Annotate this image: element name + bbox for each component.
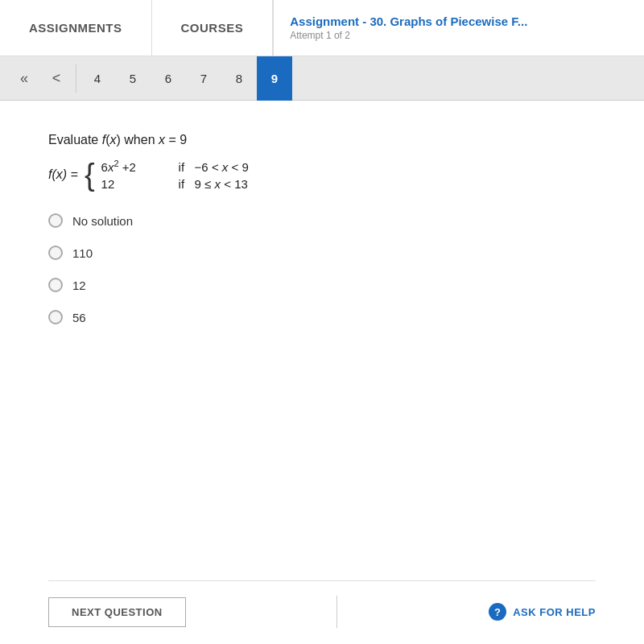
courses-tab[interactable]: COURSES [152, 0, 274, 56]
function-label: f(x) = [48, 167, 78, 182]
assignment-title: Assignment - 30. Graphs of Piecewise F..… [290, 14, 628, 28]
choice-56[interactable]: 56 [48, 310, 596, 324]
choice-no-solution[interactable]: No solution [48, 213, 596, 228]
case1-expr: 6x2 +2 [101, 159, 174, 174]
page-6[interactable]: 6 [151, 56, 186, 101]
piecewise-cases: 6x2 +2 if −6 < x < 9 12 if 9 ≤ x < 13 [101, 159, 249, 191]
page-9-current[interactable]: 9 [257, 56, 292, 101]
next-question-button[interactable]: NEXT QUESTION [48, 597, 186, 627]
bottom-bar: NEXT QUESTION ? ASK FOR HELP [48, 580, 596, 628]
choices-list: No solution 110 12 56 [48, 213, 596, 324]
courses-label: COURSES [181, 21, 244, 35]
radio-no-solution[interactable] [48, 213, 63, 228]
page-5[interactable]: 5 [115, 56, 151, 101]
choice-label-no-solution: No solution [72, 214, 133, 228]
choice-12[interactable]: 12 [48, 278, 596, 292]
case1-condition: if −6 < x < 9 [179, 160, 249, 174]
page-4[interactable]: 4 [80, 56, 115, 101]
choice-label-110: 110 [72, 246, 93, 260]
attempt-label: Attempt 1 of 2 [290, 30, 628, 41]
radio-110[interactable] [48, 246, 63, 260]
choice-label-56: 56 [72, 311, 86, 324]
piecewise-function: f(x) = { 6x2 +2 if −6 < x < 9 12 if 9 ≤ … [48, 159, 596, 191]
help-icon: ? [489, 603, 506, 621]
assignment-info: Assignment - 30. Graphs of Piecewise F..… [273, 0, 644, 56]
page-7[interactable]: 7 [186, 56, 221, 101]
choice-label-12: 12 [72, 279, 86, 292]
assignments-label: ASSIGNMENTS [29, 21, 122, 35]
brace-icon: { [85, 159, 95, 190]
case2-expr: 12 [101, 177, 174, 191]
radio-12[interactable] [48, 278, 63, 292]
case2-condition: if 9 ≤ x < 13 [179, 177, 248, 191]
first-page-button[interactable]: « [8, 56, 40, 101]
case-1: 6x2 +2 if −6 < x < 9 [101, 159, 249, 174]
choice-110[interactable]: 110 [48, 246, 596, 260]
evaluate-text: Evaluate f(x) when x = 9 [48, 133, 596, 147]
page-8[interactable]: 8 [221, 56, 257, 101]
ask-for-help-button[interactable]: ? ASK FOR HELP [489, 603, 596, 621]
bottom-divider [336, 596, 337, 628]
pagination-row: « < 4 5 6 7 8 9 [0, 56, 644, 101]
top-nav: ASSIGNMENTS COURSES Assignment - 30. Gra… [0, 0, 644, 56]
prev-page-button[interactable]: < [40, 56, 72, 101]
case-2: 12 if 9 ≤ x < 13 [101, 177, 249, 191]
pagination-divider [76, 64, 76, 93]
main-content: Evaluate f(x) when x = 9 f(x) = { 6x2 +2… [0, 101, 644, 644]
question-area: Evaluate f(x) when x = 9 f(x) = { 6x2 +2… [48, 133, 596, 572]
radio-56[interactable] [48, 310, 63, 324]
assignments-tab[interactable]: ASSIGNMENTS [0, 0, 152, 56]
